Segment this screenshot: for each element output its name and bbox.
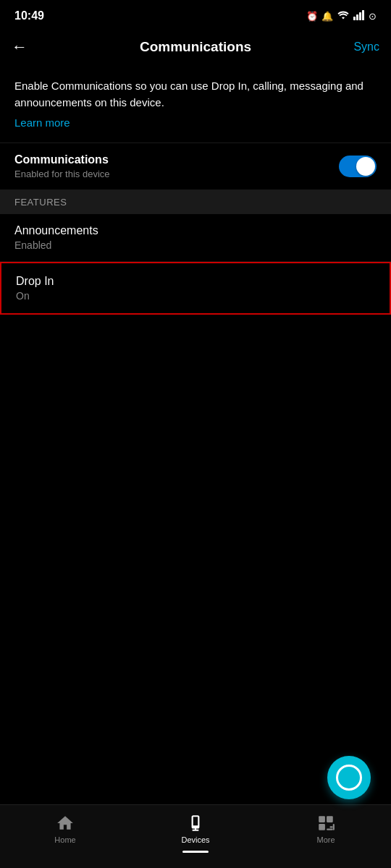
announcements-label: Announcements [14, 224, 377, 237]
drop-in-value: On [16, 290, 375, 302]
home-icon [56, 814, 75, 833]
learn-more-link[interactable]: Learn more [14, 116, 70, 129]
wifi-icon [337, 10, 350, 22]
battery-icon: ⊙ [369, 11, 377, 22]
svg-rect-8 [333, 824, 335, 830]
announcements-value: Enabled [14, 239, 377, 251]
drop-in-label: Drop In [16, 275, 375, 288]
svg-rect-9 [327, 829, 333, 830]
header: ← Communications Sync [0, 29, 391, 68]
nav-devices-label: Devices [181, 835, 209, 844]
description-text: Enable Communications so you can use Dro… [14, 78, 377, 111]
status-bar: 10:49 ⏰ 🔔 ⊙ [0, 0, 391, 29]
svg-rect-7 [329, 826, 332, 827]
svg-rect-5 [327, 816, 333, 822]
back-button[interactable]: ← [12, 35, 33, 59]
status-time: 10:49 [14, 9, 44, 22]
nav-more[interactable]: More [297, 814, 355, 844]
status-icons: ⏰ 🔔 ⊙ [306, 10, 377, 22]
drop-in-row[interactable]: Drop In On [0, 262, 391, 315]
devices-icon [186, 814, 205, 833]
description-section: Enable Communications so you can use Dro… [0, 68, 391, 142]
announcements-row[interactable]: Announcements Enabled [0, 214, 391, 262]
svg-rect-6 [319, 824, 325, 830]
alarm-icon: ⏰ [306, 11, 318, 22]
signal-icon [353, 10, 365, 22]
page-title: Communications [140, 39, 251, 55]
communications-label: Communications [14, 153, 110, 166]
features-header-label: Features [14, 197, 67, 208]
nav-more-label: More [316, 835, 335, 844]
nav-devices[interactable]: Devices [167, 814, 224, 844]
sync-button[interactable]: Sync [353, 41, 379, 54]
more-icon [316, 814, 335, 833]
alexa-fab-button[interactable] [327, 756, 371, 799]
notification-icon: 🔔 [321, 11, 333, 22]
svg-rect-4 [319, 816, 325, 822]
svg-rect-2 [359, 12, 361, 20]
features-section-header: Features [0, 190, 391, 214]
svg-rect-1 [356, 14, 358, 20]
communications-toggle[interactable] [339, 156, 377, 177]
communications-sublabel: Enabled for this device [14, 169, 110, 179]
bottom-nav: Home Devices More [0, 804, 391, 868]
svg-rect-0 [353, 17, 356, 20]
nav-home[interactable]: Home [36, 814, 94, 844]
alexa-fab-ring [336, 765, 362, 791]
svg-rect-3 [362, 10, 364, 20]
communications-toggle-row: Communications Enabled for this device [0, 142, 391, 190]
toggle-knob [356, 157, 375, 176]
communications-text: Communications Enabled for this device [14, 153, 110, 179]
nav-home-label: Home [54, 835, 75, 844]
